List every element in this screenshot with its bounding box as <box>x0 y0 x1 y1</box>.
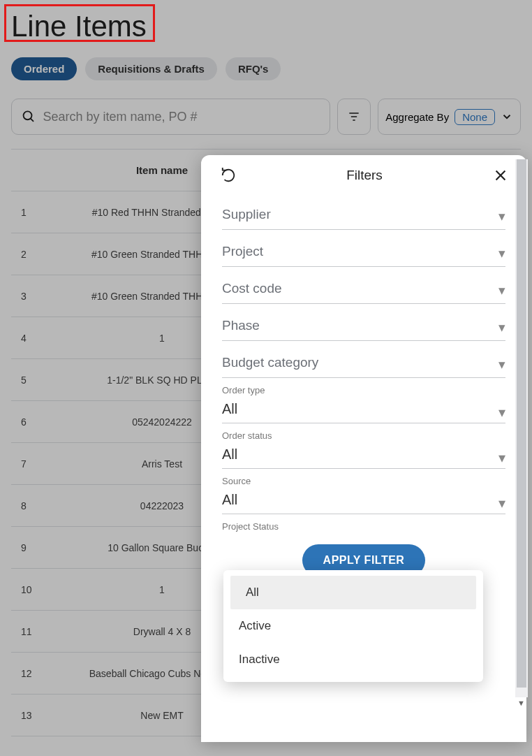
chevron-down-icon <box>501 110 513 123</box>
filter-project-status-label: Project Status <box>222 521 505 532</box>
tab-ordered[interactable]: Ordered <box>11 57 77 80</box>
filter-order-status-label: Order status <box>222 430 505 441</box>
filter-cost-code[interactable]: Cost code▾ <box>222 267 505 304</box>
tab-rfqs[interactable]: RFQ's <box>226 57 281 80</box>
caret-down-icon: ▾ <box>498 404 505 421</box>
filter-order-status[interactable]: All▾ <box>222 444 505 469</box>
caret-down-icon: ▾ <box>498 319 505 335</box>
aggregate-label: Aggregate By <box>385 111 449 123</box>
refresh-icon[interactable] <box>221 168 236 183</box>
filter-button[interactable] <box>337 99 371 135</box>
project-status-dropdown: All Active Inactive <box>223 570 483 682</box>
dropdown-option-inactive[interactable]: Inactive <box>223 643 483 676</box>
svg-line-1 <box>31 119 34 122</box>
dropdown-option-all[interactable]: All <box>230 576 476 609</box>
aggregate-selector[interactable]: Aggregate By None <box>378 99 521 135</box>
filter-project[interactable]: Project▾ <box>222 230 505 267</box>
dropdown-option-active[interactable]: Active <box>223 609 483 643</box>
caret-down-icon: ▾ <box>498 449 505 466</box>
caret-down-icon: ▾ <box>498 208 505 224</box>
svg-point-0 <box>24 111 32 119</box>
search-input[interactable] <box>43 110 320 124</box>
search-box[interactable] <box>11 99 330 135</box>
caret-down-icon: ▾ <box>498 282 505 298</box>
caret-down-icon: ▾ <box>498 356 505 372</box>
caret-down-icon: ▾ <box>498 245 505 261</box>
tab-requisitions[interactable]: Requisitions & Drafts <box>85 57 217 80</box>
filter-supplier[interactable]: Supplier▾ <box>222 193 505 230</box>
filter-source-label: Source <box>222 476 505 486</box>
close-icon[interactable] <box>493 168 508 183</box>
filter-order-type[interactable]: All▾ <box>222 398 505 423</box>
filters-panel: ▲ ▼ Filters Supplier▾ Project▾ Cost code… <box>201 155 526 742</box>
scrollbar[interactable]: ▲ ▼ <box>515 159 528 697</box>
scroll-down-icon[interactable]: ▼ <box>517 699 525 707</box>
tabs-row: Ordered Requisitions & Drafts RFQ's <box>11 57 521 80</box>
caret-down-icon: ▾ <box>498 495 505 511</box>
search-icon <box>22 109 36 124</box>
aggregate-value: None <box>455 109 495 125</box>
filter-budget-category[interactable]: Budget category▾ <box>222 341 505 378</box>
filter-phase[interactable]: Phase▾ <box>222 304 505 341</box>
filter-icon <box>347 110 361 124</box>
filters-title: Filters <box>346 168 383 183</box>
page-title: Line Items <box>11 10 521 43</box>
scroll-thumb[interactable] <box>517 159 526 688</box>
filter-source[interactable]: All▾ <box>222 489 505 514</box>
filter-order-type-label: Order type <box>222 385 505 395</box>
